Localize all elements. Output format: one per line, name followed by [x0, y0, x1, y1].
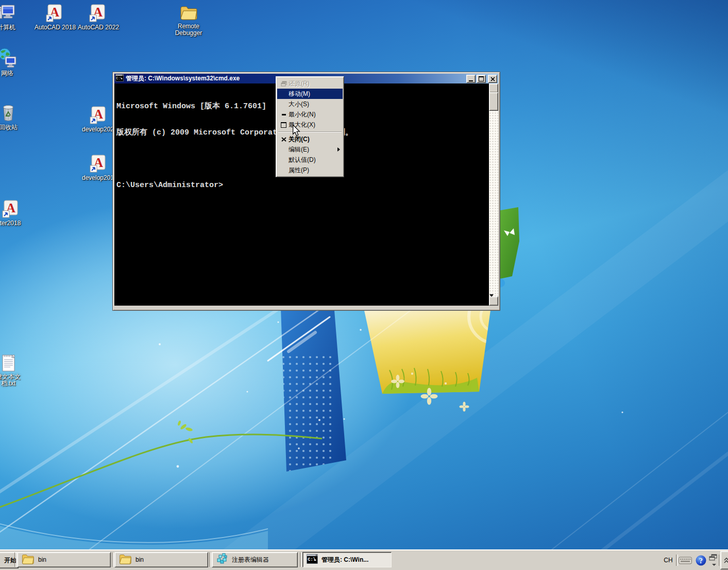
desktop-icon-develop201[interactable]: A develop201 — [78, 155, 117, 181]
scrollbar-thumb[interactable] — [489, 92, 498, 111]
task-button-label: 注册表编辑器 — [232, 556, 269, 564]
menu-item-label: 默认值(D) — [289, 156, 316, 164]
menu-item-defaults[interactable]: 默认值(D) — [277, 155, 343, 165]
task-button-label: 管理员: C:\Win... — [321, 556, 368, 564]
console-line: C:\Users\Administrator> — [116, 181, 487, 190]
menu-item-properties[interactable]: 属性(P) — [277, 165, 343, 175]
menu-item-label: 属性(P) — [289, 166, 309, 175]
icon-label-line: Debugger — [169, 30, 208, 37]
task-button-cmd[interactable]: C:\ 管理员: C:\Win... — [302, 552, 392, 567]
icon-label-line: AutoCAD 2022 — [78, 24, 117, 31]
system-menu: 还原(R) 移动(M) 大小(S) 最小化(N) 最大化(X) 关闭(C) 编辑… — [276, 76, 344, 177]
menu-item-maximize[interactable]: 最大化(X) — [277, 120, 343, 130]
icon-label-line: ter2018 — [0, 220, 30, 227]
svg-text:?: ? — [699, 557, 703, 564]
menu-item-move[interactable]: 移动(M) — [277, 89, 343, 99]
menu-item-label: 还原(R) — [289, 79, 310, 88]
menu-item-restore[interactable]: 还原(R) — [277, 78, 343, 89]
arrow-down-icon — [489, 294, 494, 306]
task-button-bin-2[interactable]: bin — [114, 552, 208, 567]
menu-item-close[interactable]: 关闭(C) — [277, 134, 343, 144]
menu-item-label: 大小(S) — [289, 100, 309, 109]
taskbar: 开始 bin bin 注册表编辑器 C:\ 管理员: C:\Win... CH … — [0, 549, 728, 570]
desktop-icon-recycle-bin[interactable]: 回收站 — [0, 102, 28, 131]
task-button-label: bin — [38, 556, 46, 563]
menu-item-edit[interactable]: 编辑(E) — [277, 144, 343, 155]
autocad-shortcut-icon: A — [1, 200, 20, 220]
menu-item-minimize[interactable]: 最小化(N) — [277, 109, 343, 120]
language-options-icon[interactable] — [708, 553, 719, 567]
autocad-shortcut-icon: A — [88, 4, 107, 24]
icon-label-line: AutoCAD 2018 — [35, 24, 74, 31]
registry-icon — [216, 553, 228, 567]
desktop-icon-autocad-2018[interactable]: A AutoCAD 2018 — [35, 4, 74, 31]
icon-label-line: develop201 — [78, 175, 117, 181]
restore-icon — [279, 81, 289, 87]
desktop: 计算机 A AutoCAD 2018 A AutoCAD 2022 Remote… — [0, 0, 728, 570]
close-icon — [490, 77, 495, 81]
language-indicator[interactable]: CH — [662, 555, 675, 565]
icon-label-line: 档.txt — [0, 380, 28, 387]
text-file-icon — [0, 354, 16, 374]
help-icon[interactable]: ? — [695, 555, 707, 565]
task-button-bin-1[interactable]: bin — [17, 552, 111, 567]
keyboard-icon[interactable] — [678, 555, 692, 565]
menu-item-label: 移动(M) — [289, 90, 310, 98]
mouse-cursor — [292, 124, 301, 139]
cmd-icon: C:\ — [115, 74, 124, 83]
task-button-label: bin — [136, 556, 144, 563]
desktop-icon-remote-debugger[interactable]: RemoteDebugger — [169, 4, 208, 37]
folder-icon — [118, 553, 132, 567]
taskbar-separator — [209, 552, 211, 567]
autocad-shortcut-icon: A — [45, 4, 63, 24]
icon-label-line: develop202 — [78, 126, 117, 133]
menu-separator — [278, 131, 342, 132]
taskbar-separator — [112, 552, 114, 567]
scroll-down-button[interactable] — [489, 296, 498, 306]
menu-item-size[interactable]: 大小(S) — [277, 99, 343, 109]
icon-label-line: 计算机 — [0, 24, 26, 31]
maximize-button[interactable] — [477, 75, 486, 83]
folder-icon — [179, 4, 198, 23]
scroll-up-button[interactable] — [489, 83, 498, 93]
autocad-shortcut-icon: A — [89, 155, 107, 175]
autocad-shortcut-icon: A — [89, 106, 107, 126]
recycle-bin-icon — [0, 102, 18, 124]
maximize-icon — [479, 76, 484, 81]
close-icon — [279, 137, 289, 142]
folder-icon — [21, 553, 35, 567]
desktop-icon-network[interactable]: 网络 — [0, 48, 27, 77]
close-button[interactable] — [488, 75, 497, 83]
taskbar-separator — [14, 552, 16, 567]
submenu-arrow-icon — [337, 147, 340, 152]
desktop-icon-new-text-document[interactable]: 建文本文档.txt — [0, 354, 28, 387]
minimize-icon — [469, 80, 473, 81]
minimize-icon — [279, 114, 289, 115]
collapse-chevron-icon[interactable] — [720, 551, 728, 569]
icon-label-line: 网络 — [0, 70, 27, 77]
minimize-button[interactable] — [466, 75, 476, 83]
task-button-registry-editor[interactable]: 注册表编辑器 — [212, 552, 298, 567]
taskbar-separator — [300, 552, 302, 567]
desktop-icon-computer[interactable]: 计算机 — [0, 4, 26, 31]
cmd-icon: C:\ — [307, 554, 318, 565]
menu-item-label: 最小化(N) — [289, 110, 316, 119]
menu-item-label: 编辑(E) — [289, 145, 309, 154]
desktop-icon-autocad-2022[interactable]: A AutoCAD 2022 — [78, 4, 117, 31]
vertical-scrollbar[interactable] — [489, 83, 498, 306]
computer-icon — [0, 4, 15, 24]
network-icon — [0, 48, 16, 70]
icon-label-line: 回收站 — [0, 124, 28, 131]
desktop-icon-ter2018[interactable]: A ter2018 — [0, 200, 30, 227]
desktop-icon-develop202[interactable]: A develop202 — [78, 106, 117, 133]
maximize-icon — [279, 122, 289, 128]
